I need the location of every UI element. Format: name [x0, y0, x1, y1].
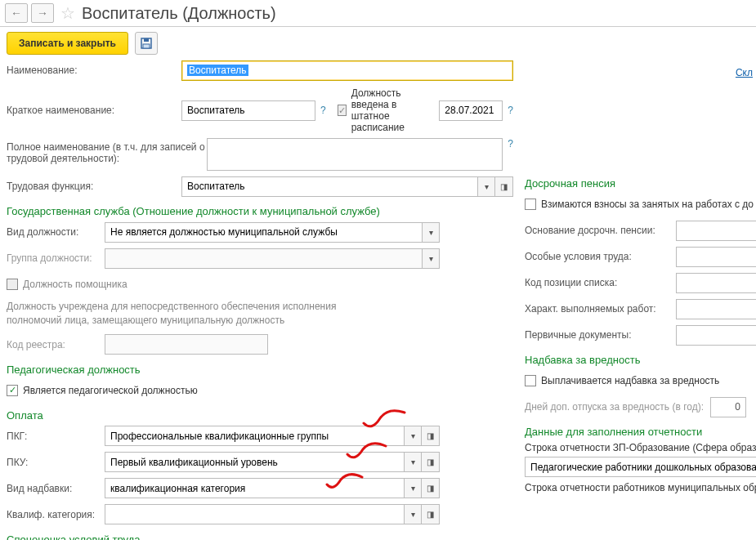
- report-section-title: Данные для заполнения отчетности: [525, 426, 756, 438]
- registry-label: Код реестра:: [7, 339, 105, 350]
- pku-input[interactable]: [105, 452, 404, 472]
- bonus-input[interactable]: [105, 478, 404, 498]
- qual-open-button[interactable]: ◨: [422, 504, 440, 524]
- pkg-label: ПКГ:: [7, 431, 105, 442]
- jobgroup-label: Группа должности:: [7, 252, 105, 264]
- name-input-selection: Воспитатель: [187, 65, 248, 76]
- diskette-icon: [140, 37, 153, 50]
- laborfunc-dropdown-button[interactable]: ▾: [477, 176, 495, 197]
- pension-doc-label: Первичные документы:: [525, 329, 676, 341]
- pension-section-title: Досрочная пенсия: [525, 177, 756, 190]
- qual-label: Квалиф. категория:: [7, 509, 105, 520]
- svg-rect-1: [144, 38, 149, 42]
- pension-chk[interactable]: [525, 199, 536, 210]
- chevron-down-icon: ▾: [411, 510, 415, 519]
- bonus-dropdown-button[interactable]: ▾: [404, 478, 422, 498]
- ped-section-title: Педагогическая должность: [7, 364, 513, 376]
- bonus-open-button[interactable]: ◨: [422, 478, 440, 498]
- laborfunc-label: Трудовая функция:: [7, 181, 181, 192]
- jobkind-input[interactable]: [105, 222, 422, 243]
- pension-base-input: [676, 221, 756, 241]
- open-icon: ◨: [427, 431, 434, 440]
- pku-label: ПКУ:: [7, 457, 105, 468]
- hazard-days-input: [710, 397, 746, 417]
- assistant-chk-label: Должность помощника: [23, 279, 127, 290]
- pension-cond-label: Особые условия труда:: [525, 251, 676, 262]
- pku-open-button[interactable]: ◨: [422, 452, 440, 472]
- hazard-chk[interactable]: [525, 375, 536, 386]
- jobkind-label: Вид должности:: [7, 226, 105, 238]
- pkg-input[interactable]: [105, 426, 404, 446]
- chevron-down-icon: ▾: [485, 182, 489, 191]
- in-staff-chk: ✓: [338, 105, 347, 116]
- jobkind-dropdown-button[interactable]: ▾: [422, 222, 440, 243]
- ped-chk[interactable]: ✓: [7, 385, 18, 396]
- registry-input: [105, 334, 268, 355]
- chevron-down-icon: ▾: [429, 228, 433, 237]
- laborfunc-input[interactable]: [181, 176, 477, 197]
- bonus-label: Вид надбавки:: [7, 483, 105, 494]
- name-label: Наименование:: [7, 65, 181, 76]
- pku-dropdown-button[interactable]: ▾: [404, 452, 422, 472]
- pkg-dropdown-button[interactable]: ▾: [404, 426, 422, 446]
- fullname-input[interactable]: [207, 138, 503, 171]
- gov-section-title: Государственная служба (Отношение должно…: [7, 205, 513, 217]
- shortname-label: Краткое наименование:: [7, 105, 181, 116]
- open-icon: ◨: [427, 457, 434, 466]
- chevron-down-icon: ▾: [429, 254, 433, 263]
- pension-doc-input: [676, 325, 756, 346]
- hazard-days-label: Дней доп. отпуска за вредность (в год):: [525, 401, 704, 413]
- pension-code-label: Код позиции списка:: [525, 277, 676, 288]
- page-title: Воспитатель (Должность): [82, 4, 276, 23]
- gov-desc: Должность учреждена для непосредственног…: [7, 300, 350, 328]
- assistant-chk: [7, 279, 18, 290]
- report-row1-input[interactable]: [525, 457, 756, 477]
- qual-dropdown-button[interactable]: ▾: [404, 504, 422, 524]
- shortname-input[interactable]: [181, 100, 315, 121]
- fullname-label: Полное наименование (в т.ч. для записей …: [7, 138, 207, 164]
- ped-chk-label: Является педагогической должностью: [23, 385, 198, 396]
- name-input[interactable]: Воспитатель: [181, 60, 513, 81]
- hazard-section-title: Надбавка за вредность: [525, 354, 756, 366]
- save-close-button[interactable]: Записать и закрыть: [7, 32, 128, 55]
- shortname-help-icon[interactable]: ?: [320, 105, 326, 116]
- date-help-icon[interactable]: ?: [508, 105, 513, 116]
- jobgroup-dropdown-button: ▾: [422, 248, 440, 269]
- pension-code-input: [676, 273, 756, 293]
- pension-work-label: Характ. выполняемых работ:: [525, 303, 676, 315]
- chevron-down-icon: ▾: [411, 431, 415, 440]
- pension-cond-input: [676, 247, 756, 267]
- declension-link[interactable]: Скл: [736, 67, 753, 78]
- open-icon: ◨: [500, 182, 508, 191]
- save-button[interactable]: [135, 32, 158, 55]
- laborfunc-open-button[interactable]: ◨: [495, 176, 513, 197]
- qual-input[interactable]: [105, 504, 404, 524]
- chevron-down-icon: ▾: [411, 457, 415, 466]
- in-staff-chk-label: Должность введена в штатное расписание: [351, 87, 432, 133]
- pay-section-title: Оплата: [7, 409, 513, 422]
- chevron-down-icon: ▾: [411, 484, 415, 493]
- date-input[interactable]: [439, 100, 503, 121]
- open-icon: ◨: [427, 484, 434, 493]
- nav-back-button[interactable]: ←: [5, 3, 28, 23]
- report-row1-label: Строка отчетности ЗП-Образование (Сфера …: [525, 442, 756, 453]
- pension-base-label: Основание досрочн. пенсии:: [525, 225, 676, 236]
- pkg-open-button[interactable]: ◨: [422, 426, 440, 446]
- jobgroup-input: [105, 248, 422, 269]
- pension-chk-label: Взимаются взносы за занятых на работах с…: [541, 199, 754, 210]
- open-icon: ◨: [427, 510, 434, 519]
- fullname-help-icon[interactable]: ?: [508, 138, 513, 150]
- pension-work-input: [676, 299, 756, 319]
- sout-section-title: Спецоценка условий труда: [7, 533, 513, 540]
- favorite-star-icon[interactable]: ☆: [60, 3, 75, 23]
- hazard-chk-label: Выплачивается надбавка за вредность: [541, 375, 719, 386]
- svg-rect-2: [143, 44, 150, 48]
- report-row2-label: Строка отчетности работников муниципальн…: [525, 482, 756, 493]
- nav-forward-button[interactable]: →: [31, 3, 54, 23]
